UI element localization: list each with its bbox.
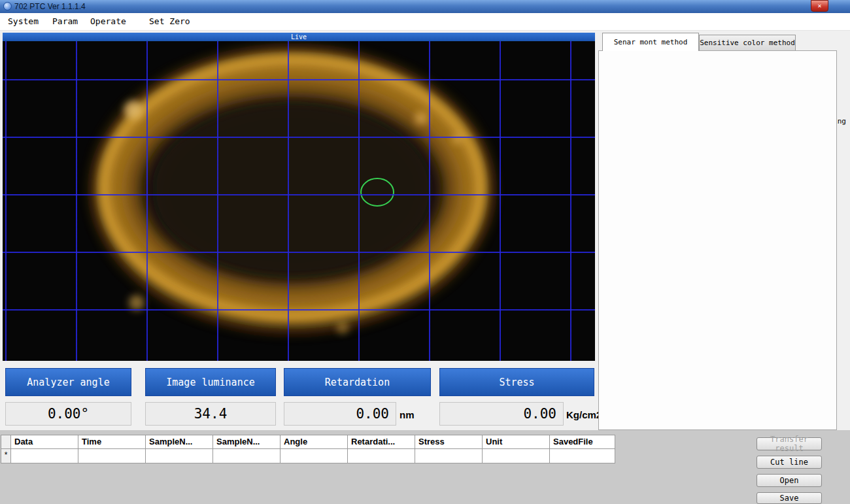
app-icon [3, 2, 12, 10]
col-data[interactable]: Data [11, 435, 78, 449]
open-button[interactable]: Open [756, 474, 822, 487]
transfer-result-button[interactable]: Transfer result [756, 437, 822, 450]
cell-sample-n1[interactable] [146, 449, 213, 463]
title-bar: 702 PTC Ver 1.1.1.4 ✕ [0, 0, 850, 13]
stress-unit: Kg/cm2 [566, 409, 602, 420]
analyzer-angle-header: Analyzer angle [5, 368, 131, 396]
col-sample-n1[interactable]: SampleN... [146, 435, 213, 449]
row-marker-header [1, 435, 11, 449]
col-sample-n2[interactable]: SampleN... [213, 435, 280, 449]
cell-retardation[interactable] [348, 449, 415, 463]
stress-header: Stress [439, 368, 594, 396]
live-view-header: Live [3, 33, 595, 41]
col-angle[interactable]: Angle [280, 435, 348, 449]
col-saved-file[interactable]: SavedFile [550, 435, 615, 449]
cell-angle[interactable] [280, 449, 348, 463]
analyzer-angle-value: 0.00° [5, 402, 131, 426]
save-button[interactable]: Save [756, 492, 822, 504]
results-table: Data Time SampleN... SampleN... Angle Re… [1, 435, 615, 463]
col-time[interactable]: Time [78, 435, 146, 449]
cell-stress[interactable] [415, 449, 483, 463]
col-unit[interactable]: Unit [483, 435, 550, 449]
cell-sample-n2[interactable] [213, 449, 280, 463]
close-icon[interactable]: ✕ [811, 0, 828, 12]
tab-sensitive-color-method[interactable]: Sensitive color method [699, 35, 796, 51]
menu-operate[interactable]: Operate [90, 16, 126, 26]
retardation-unit: nm [400, 409, 415, 420]
cell-saved-file[interactable] [550, 449, 615, 463]
menu-param[interactable]: Param [52, 16, 78, 26]
row-marker[interactable]: * [1, 449, 11, 463]
table-header-row: Data Time SampleN... SampleN... Angle Re… [1, 435, 615, 449]
table-row[interactable]: * [1, 449, 615, 463]
image-luminance-value: 34.4 [145, 402, 276, 426]
camera-image [3, 41, 595, 361]
stress-value: 0.00 [439, 402, 564, 426]
cut-line-button[interactable]: Cut line [756, 456, 822, 469]
menu-system[interactable]: System [8, 16, 39, 26]
tab-senarmont-method[interactable]: Senar mont method [602, 33, 699, 51]
cell-time[interactable] [78, 449, 146, 463]
image-luminance-header: Image luminance [145, 368, 276, 396]
menu-bar: System Param Operate Set Zero [0, 13, 850, 31]
camera-viewport[interactable] [3, 41, 595, 361]
retardation-header: Retardation [284, 368, 431, 396]
tab-page [598, 50, 837, 430]
col-stress[interactable]: Stress [415, 435, 483, 449]
retardation-value: 0.00 [284, 402, 396, 426]
cell-unit[interactable] [483, 449, 550, 463]
window-title: 702 PTC Ver 1.1.1.4 [14, 2, 86, 11]
cell-data[interactable] [11, 449, 78, 463]
menu-set-zero[interactable]: Set Zero [149, 16, 190, 26]
col-retardation[interactable]: Retardati... [348, 435, 415, 449]
